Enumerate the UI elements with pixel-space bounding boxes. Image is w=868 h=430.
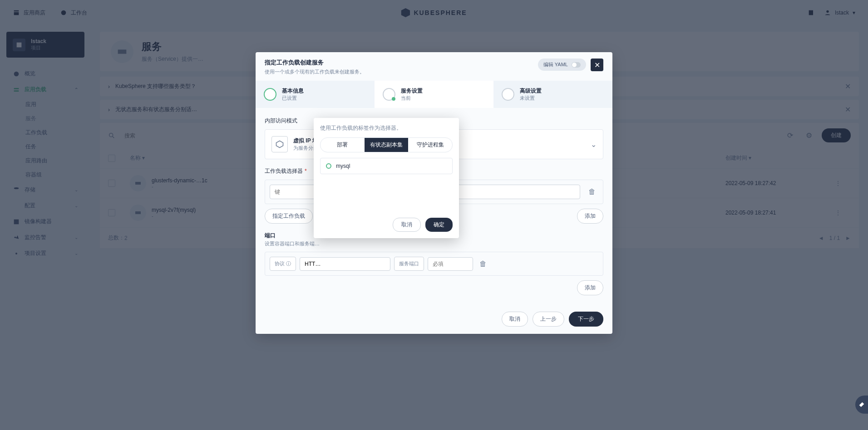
- wizard-steps: 基本信息已设置 服务设置当前 高级设置未设置: [256, 81, 612, 108]
- toggle-icon: [572, 62, 581, 68]
- tab-deployment[interactable]: 部署: [321, 138, 365, 152]
- hammer-icon: [858, 401, 865, 408]
- port-row: 协议 ⓘ 服务端口 🗑: [265, 252, 603, 276]
- step-service[interactable]: 服务设置当前: [375, 81, 493, 108]
- service-port-input[interactable]: [428, 257, 473, 271]
- network-icon: [271, 136, 288, 152]
- modal-footer: 取消 上一步 下一步: [256, 304, 612, 334]
- popover-footer: 取消 确定: [320, 218, 453, 232]
- next-button[interactable]: 下一步: [569, 312, 603, 327]
- step-advanced[interactable]: 高级设置未设置: [493, 81, 612, 108]
- step-icon: [502, 88, 514, 101]
- modal-header: 指定工作负载创建服务 使用一个或多个现有的工作负载来创建服务。 编辑 YAML …: [256, 52, 612, 81]
- modal-title: 指定工作负载创建服务: [265, 59, 365, 67]
- popover-cancel-button[interactable]: 取消: [393, 218, 421, 232]
- step-icon: [383, 88, 395, 101]
- tab-daemonset[interactable]: 守护进程集: [408, 138, 452, 152]
- cancel-button[interactable]: 取消: [502, 312, 528, 327]
- specify-workload-button[interactable]: 指定工作负载: [265, 209, 313, 224]
- status-dot-icon: [326, 163, 331, 169]
- delete-icon[interactable]: 🗑: [477, 258, 489, 270]
- workload-type-tabs: 部署 有状态副本集 守护进程集: [320, 137, 453, 152]
- workload-list: mysql: [320, 158, 453, 212]
- add-port-button[interactable]: 添加: [577, 280, 603, 295]
- add-selector-button[interactable]: 添加: [577, 209, 603, 224]
- yaml-toggle[interactable]: 编辑 YAML: [538, 59, 586, 71]
- step-icon: [264, 88, 276, 101]
- modal-overlay: 指定工作负载创建服务 使用一个或多个现有的工作负载来创建服务。 编辑 YAML …: [0, 0, 868, 430]
- protocol-label: 协议 ⓘ: [270, 257, 296, 271]
- port-desc: 设置容器端口和服务端…: [265, 240, 603, 247]
- popover-hint: 使用工作负载的标签作为选择器。: [320, 124, 453, 132]
- popover-ok-button[interactable]: 确定: [425, 218, 453, 232]
- close-button[interactable]: ✕: [591, 59, 603, 71]
- modal-subtitle: 使用一个或多个现有的工作负载来创建服务。: [265, 68, 365, 75]
- tab-statefulset[interactable]: 有状态副本集: [365, 138, 409, 152]
- protocol-input[interactable]: [300, 257, 390, 271]
- service-port-label: 服务端口: [394, 257, 424, 271]
- workload-popover: 使用工作负载的标签作为选择器。 部署 有状态副本集 守护进程集 mysql 取消…: [314, 118, 459, 238]
- chevron-down-icon: ⌄: [591, 140, 597, 149]
- workload-item[interactable]: mysql: [320, 158, 453, 174]
- prev-button[interactable]: 上一步: [533, 312, 564, 327]
- delete-icon[interactable]: 🗑: [586, 186, 598, 198]
- step-basic[interactable]: 基本信息已设置: [256, 81, 375, 108]
- svg-marker-8: [276, 141, 283, 148]
